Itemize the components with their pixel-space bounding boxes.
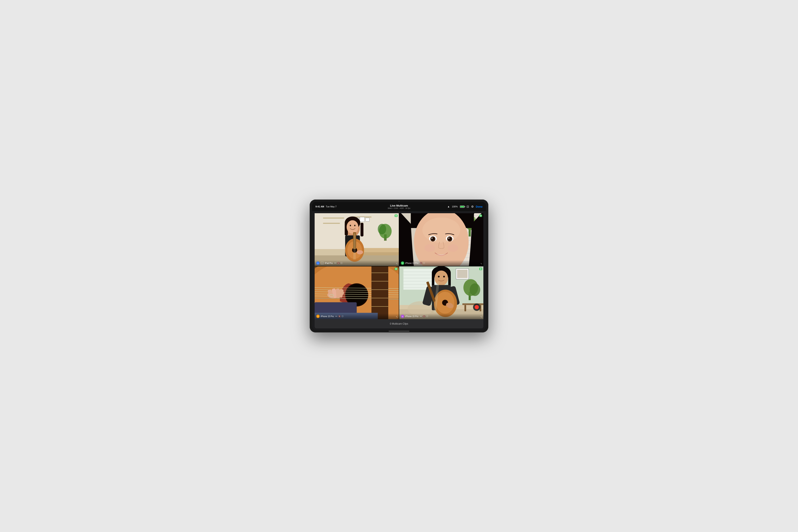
pause-bar-2 [396,215,397,216]
camera-1-device-icon: ▭ [321,262,324,264]
camera-grid: 1 ▭ iPad Pro ••• 🔇 ⓘ ⤡ [315,213,483,319]
pause-bar-5 [396,268,396,270]
camera-cell-4[interactable]: 4 iPhone 15 Pro ••• 🔇 ⓘ ⤡ [399,266,483,319]
camera-1-mute-btn[interactable]: 🔇 [337,262,340,264]
battery-icon [460,206,464,208]
camera-1-label: 1 ▭ iPad Pro ••• 🔇 ⓘ [315,260,399,266]
camera-1-device-name: iPad Pro [325,262,333,264]
camera-3-info-btn[interactable]: ⓘ [342,315,343,318]
header-center: Live Multicam 3840 × 2160 · HDR · 30 fps [387,204,410,209]
status-bar-left: 9:41 AM Tue May 7 [316,205,345,208]
svg-rect-17 [361,223,363,236]
camera-4-controls: ••• 🔇 ⓘ [420,315,428,318]
svg-rect-25 [353,232,356,249]
camera-cell-3[interactable]: 3 iPhone 15 Pro ••• 🔇 ⓘ ⤡ [315,266,399,319]
svg-point-30 [357,250,363,254]
camera-3-more-btn[interactable]: ••• [335,315,337,317]
pause-bar-4 [481,215,481,216]
svg-rect-12 [363,248,399,252]
svg-rect-7 [365,218,369,221]
camera-3-controls: ••• 🔇 ⓘ [335,315,343,318]
svg-rect-104 [457,270,468,278]
svg-point-18 [347,220,359,234]
record-button-container [473,303,480,311]
pause-bar-3 [480,215,480,216]
svg-point-52 [422,217,460,243]
record-circle [475,305,479,309]
camera-1-pause-indicator [395,214,398,217]
svg-point-111 [435,270,448,286]
camera-1-more-btn[interactable]: ••• [334,262,336,264]
camera-2-number: 2 [401,262,404,265]
svg-point-56 [432,238,433,239]
camera-4-label: 4 iPhone 15 Pro ••• 🔇 ⓘ [399,314,483,319]
battery-percent: 100% [452,205,458,208]
page-title: Live Multicam [387,204,410,207]
camera-1-number: 1 [316,262,320,265]
svg-rect-106 [464,305,466,311]
camera-1-visual [315,213,399,266]
svg-point-20 [354,225,355,226]
camera-2-info-btn[interactable]: ⓘ [423,262,425,265]
status-date: Tue May 7 [326,205,337,208]
camera-cell-1[interactable]: 1 ▭ iPad Pro ••• 🔇 ⓘ ⤡ [315,213,399,266]
done-button[interactable]: Done [476,205,483,208]
camera-2-label: 2 iPhone 15 Pro 🔇 ⓘ [399,260,483,266]
svg-point-60 [448,238,450,239]
camera-2-device-name: iPhone 15 Pro [405,262,418,264]
camera-2-expand-btn[interactable]: ⤡ [480,263,482,265]
battery-fill [460,206,464,207]
camera-2-visual [399,213,483,266]
camera-3-device-name: iPhone 15 Pro [321,315,334,318]
camera-3-number: 3 [316,315,320,318]
pause-bar-1 [396,215,396,216]
camera-1-controls: ••• 🔇 ⓘ [334,262,342,265]
ipad-device: 9:41 AM Tue May 7 Live Multicam 3840 × 2… [310,200,488,332]
camera-3-label: 3 iPhone 15 Pro ••• 🔇 ⓘ [315,314,399,319]
camera-4-mute-btn[interactable]: 🔇 [423,315,425,317]
camera-3-mute-btn[interactable]: 🔇 [338,315,341,317]
camera-3-pause-indicator [395,268,398,270]
svg-point-99 [470,283,480,296]
home-indicator [388,331,410,331]
svg-rect-3 [323,223,340,224]
svg-point-10 [378,224,386,234]
pause-bar-8 [481,268,481,270]
camera-2-pause-indicator [479,214,482,217]
svg-point-113 [443,276,445,278]
camera-2-controls: 🔇 ⓘ [420,262,425,265]
pause-bar-6 [396,268,397,270]
multicam-clips-count: 0 Multicam Clips [390,322,408,325]
main-content: 1 ▭ iPad Pro ••• 🔇 ⓘ ⤡ [312,211,486,330]
svg-point-62 [448,244,458,252]
svg-rect-6 [360,217,364,222]
camera-1-expand-btn[interactable]: ⤡ [396,263,398,265]
status-bar: 9:41 AM Tue May 7 Live Multicam 3840 × 2… [312,202,486,211]
bottom-clips-bar: 0 Multicam Clips [315,319,483,328]
settings-icon[interactable]: ⚙ [471,205,474,208]
camera-4-info-btn[interactable]: ⓘ [426,315,428,318]
camera-4-pause-indicator [479,268,482,270]
status-bar-right: ▲ 100% ⊡ ⚙ Done [447,205,482,208]
status-time: 9:41 AM [316,205,324,208]
page-subtitle: 3840 × 2160 · HDR · 30 fps [387,207,410,209]
camera-2-mute-btn[interactable]: 🔇 [420,262,422,264]
pause-bar-7 [480,268,480,270]
ipad-screen: 9:41 AM Tue May 7 Live Multicam 3840 × 2… [312,202,486,330]
camera-4-more-btn[interactable]: ••• [420,315,422,317]
camera-1-info-btn[interactable]: ⓘ [341,262,342,265]
camera-3-visual [315,266,399,319]
svg-point-19 [350,225,351,226]
camera-4-expand-btn[interactable]: ⤡ [480,316,482,318]
wifi-icon: ▲ [447,205,450,208]
camera-3-expand-btn[interactable]: ⤡ [396,316,398,318]
svg-rect-2 [323,217,344,218]
svg-point-61 [424,244,435,252]
record-button[interactable] [473,303,480,311]
camera-cell-2[interactable]: 2 iPhone 15 Pro 🔇 ⓘ ⤡ [399,213,483,266]
camera-select-icon[interactable]: ⊡ [467,205,469,208]
camera-4-device-name: iPhone 15 Pro [405,315,418,318]
camera-4-number: 4 [401,315,404,318]
svg-rect-75 [372,266,388,319]
svg-point-112 [438,276,439,278]
